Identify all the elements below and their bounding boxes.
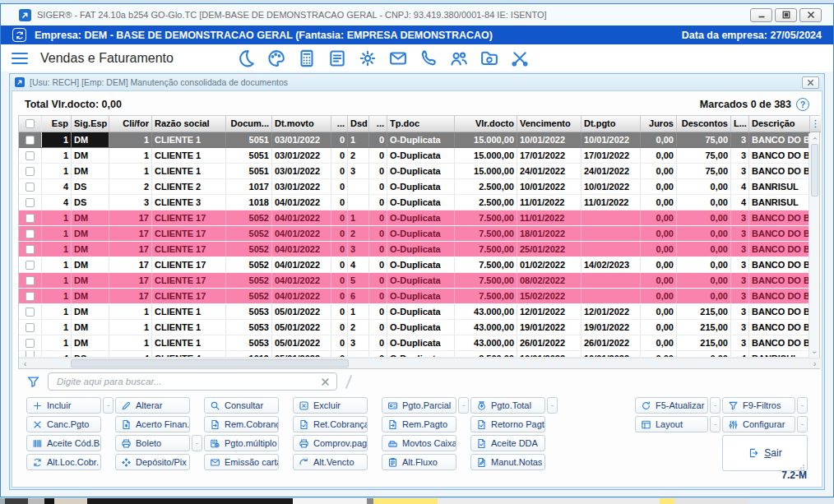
pgto-parcial-dropdown[interactable]: -	[458, 397, 469, 414]
table-row[interactable]: 1DM17CLIENTE 17505204/01/2022060O-Duplic…	[19, 289, 810, 304]
calculator-icon[interactable]	[297, 49, 317, 68]
horizontal-scroll-thumb[interactable]	[71, 359, 349, 368]
button-rem-pagto[interactable]: Rem.Pagto	[382, 416, 456, 432]
table-row[interactable]: 1DM17CLIENTE 17505204/01/2022010O-Duplic…	[19, 210, 810, 226]
notes-icon[interactable]	[327, 49, 347, 68]
table-row[interactable]: 1DM1CLIENTE 1505305/01/2022020O-Duplicat…	[19, 320, 810, 335]
row-checkbox[interactable]	[25, 151, 35, 160]
button-comprov-pagto[interactable]: Comprov.pagto	[293, 435, 368, 451]
button-pgto-m-ltiplo[interactable]: Pgto.múltiplo	[204, 435, 279, 451]
column-header-docum[interactable]: Docum...	[226, 116, 272, 132]
column-header-descri-o[interactable]: Descrição	[749, 116, 810, 132]
close-button[interactable]	[799, 8, 822, 22]
column-header-raz-o-social[interactable]: Razão social	[152, 116, 226, 132]
row-checkbox[interactable]	[25, 339, 35, 348]
button-aceite-dda[interactable]: Aceite DDA	[470, 435, 545, 451]
column-header-sig-esp[interactable]: Sig.Esp	[72, 116, 109, 132]
incluir-dropdown[interactable]: -	[103, 397, 114, 414]
table-row[interactable]: 1DM17CLIENTE 17505204/01/2022040O-Duplic…	[19, 257, 810, 273]
column-header-l[interactable]: L...	[731, 116, 749, 132]
table-row[interactable]: 4DS3CLIENTE 3101804/01/202200O-Duplicata…	[19, 195, 810, 210]
button-pgto-parcial[interactable]: Pgto.Parcial	[382, 397, 456, 414]
clear-search-icon[interactable]	[321, 377, 330, 386]
tools-icon[interactable]	[510, 49, 530, 68]
scroll-up-icon[interactable]: ›	[809, 133, 820, 144]
column-header-dt-movto[interactable]: Dt.movto	[272, 116, 331, 132]
scroll-left-icon[interactable]: ‹	[19, 358, 31, 368]
row-checkbox[interactable]	[25, 167, 35, 176]
button-excluir[interactable]: Excluir	[293, 397, 368, 414]
f9-filtros-dropdown[interactable]: -	[797, 397, 808, 414]
button-acerto-finan[interactable]: Acerto Finan.	[115, 416, 190, 432]
row-checkbox[interactable]	[25, 136, 35, 145]
search-input[interactable]	[55, 376, 316, 387]
scroll-right-icon[interactable]: ›	[809, 358, 821, 368]
folder-sync-icon[interactable]	[480, 49, 499, 68]
button-configurar[interactable]: Configurar	[722, 416, 795, 432]
gear-icon[interactable]	[358, 49, 378, 68]
button-manut-notas[interactable]: Manut.Notas	[470, 454, 545, 470]
button-layout[interactable]: Layout	[635, 416, 708, 432]
resize-grip[interactable]	[797, 460, 805, 469]
table-row[interactable]: 1DM1CLIENTE 1505305/01/2022030O-Duplicat…	[19, 335, 810, 351]
button-consultar[interactable]: Consultar	[204, 397, 279, 414]
button-f9-filtros[interactable]: F9-Filtros	[722, 397, 795, 414]
button-sair[interactable]: Sair	[743, 446, 786, 460]
button-retorno-pagto[interactable]: Retorno Pagto	[470, 416, 545, 432]
phone-icon[interactable]	[419, 49, 438, 68]
column-header-dsd[interactable]: Dsd	[348, 116, 369, 132]
row-checkbox[interactable]	[25, 183, 35, 192]
boleto-dropdown[interactable]: -	[192, 435, 202, 451]
row-checkbox[interactable]	[25, 292, 35, 301]
button-emiss-o-carta[interactable]: Emissão carta	[204, 454, 279, 470]
grid-menu-icon[interactable]	[810, 116, 821, 132]
column-header-vencimento[interactable]: Vencimento	[517, 116, 581, 132]
row-checkbox[interactable]	[25, 198, 35, 207]
table-row[interactable]: 1DM17CLIENTE 17505204/01/2022050O-Duplic…	[19, 273, 810, 289]
dialog-close-button[interactable]	[802, 76, 819, 89]
layout-dropdown[interactable]: -	[710, 416, 720, 432]
column-header-cli-for[interactable]: Cli/for	[109, 116, 152, 132]
row-checkbox[interactable]	[25, 351, 35, 358]
scroll-down-icon[interactable]: ›	[809, 347, 820, 358]
column-header-juros[interactable]: Juros	[641, 116, 677, 132]
button-f5-atualizar[interactable]: F5-Atualizar	[635, 397, 708, 414]
company-switch-icon[interactable]	[12, 28, 26, 42]
users-icon[interactable]	[449, 49, 469, 68]
column-header-[interactable]: ...	[331, 116, 348, 132]
vertical-scrollbar[interactable]: › ›	[809, 133, 819, 358]
table-row[interactable]: 4DS4CLIENTE 4101905/01/202200O-Duplicata…	[19, 351, 810, 358]
pgto-total-dropdown[interactable]: -	[547, 397, 558, 414]
help-icon[interactable]: ?	[796, 98, 809, 111]
column-header-tp-doc[interactable]: Tp.doc	[387, 116, 455, 132]
table-row[interactable]: 4DS2CLIENTE 2101703/01/202200O-Duplicata…	[19, 179, 810, 195]
filter-funnel-icon[interactable]	[26, 375, 40, 389]
row-checkbox[interactable]	[25, 323, 35, 332]
palette-icon[interactable]	[266, 49, 286, 68]
vertical-scroll-thumb[interactable]	[811, 144, 818, 197]
table-row[interactable]: 1DM1CLIENTE 1505103/01/2022010O-Duplicat…	[19, 132, 810, 148]
row-checkbox[interactable]	[25, 261, 35, 270]
table-row[interactable]: 1DM1CLIENTE 1505103/01/2022030O-Duplicat…	[19, 164, 810, 179]
row-checkbox[interactable]	[25, 245, 35, 254]
column-header-[interactable]: ...	[369, 116, 387, 132]
button-incluir[interactable]: Incluir	[26, 397, 101, 414]
button-aceite-c-d-bar[interactable]: Aceite Cód.Bar	[26, 435, 101, 451]
row-checkbox[interactable]	[25, 276, 35, 285]
moon-icon[interactable]	[236, 49, 256, 68]
column-header-dt-pgto[interactable]: Dt.pgto	[581, 116, 641, 132]
button-pgto-total[interactable]: Pgto.Total	[470, 397, 545, 414]
button-alt-fluxo[interactable]: Alt.Fluxo	[382, 454, 456, 470]
table-row[interactable]: 1DM1CLIENTE 1505305/01/2022010O-Duplicat…	[19, 304, 810, 320]
horizontal-scrollbar[interactable]: ‹ ›	[19, 358, 821, 368]
column-header-vlr-docto[interactable]: Vlr.docto	[455, 116, 517, 132]
row-checkbox[interactable]	[25, 214, 35, 223]
column-header-descontos[interactable]: Descontos	[677, 116, 731, 132]
mail-icon[interactable]	[388, 49, 408, 68]
select-all-checkbox[interactable]	[25, 119, 35, 128]
configurar-dropdown[interactable]: -	[797, 416, 808, 432]
button-alt-loc-cobr[interactable]: Alt.Loc.Cobr.	[26, 454, 101, 470]
maximize-button[interactable]	[775, 8, 797, 22]
button-alt-vencto[interactable]: Alt.Vencto	[293, 454, 368, 470]
button-ret-cobran-a[interactable]: Ret.Cobrança	[293, 416, 368, 432]
